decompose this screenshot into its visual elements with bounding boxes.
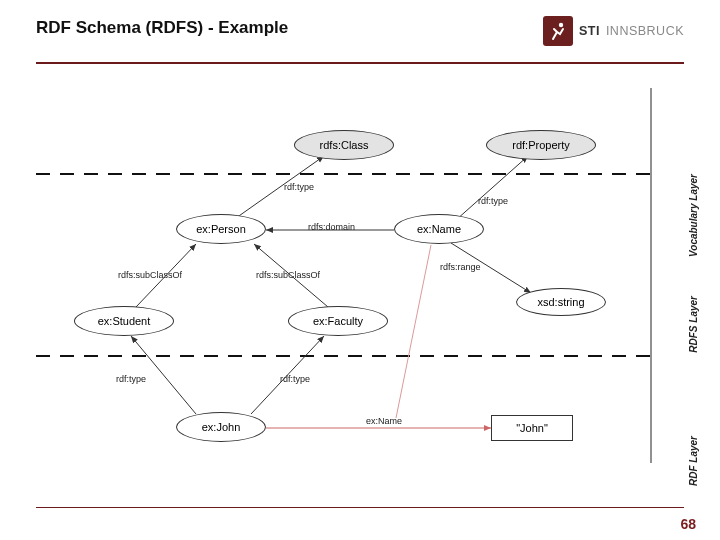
- layer-label-rdfs: RDFS Layer: [688, 296, 699, 353]
- node-label: ex:Person: [196, 223, 246, 235]
- svg-line-15: [396, 245, 431, 418]
- node-label: rdfs:Class: [320, 139, 369, 151]
- edge-label-subclass: rdfs:subClassOf: [118, 270, 182, 280]
- node-ex-student: ex:Student: [74, 306, 174, 336]
- edge-label-range: rdfs:range: [440, 262, 481, 272]
- layer-label-vocab: Vocabulary Layer: [688, 174, 699, 257]
- node-label: ex:Faculty: [313, 315, 363, 327]
- edge-label-rdftype: rdf:type: [116, 374, 146, 384]
- node-rdfs-class: rdfs:Class: [294, 130, 394, 160]
- edge-label-domain: rdfs:domain: [308, 222, 355, 232]
- header-divider: [36, 62, 684, 64]
- logo-mark-icon: [543, 16, 573, 46]
- node-label: xsd:string: [537, 296, 584, 308]
- edge-label-rdftype: rdf:type: [478, 196, 508, 206]
- logo-text-primary: STI: [579, 24, 600, 38]
- slide: RDF Schema (RDFS) - Example STI INNSBRUC…: [0, 0, 720, 540]
- node-john-literal: "John": [491, 415, 573, 441]
- svg-point-0: [559, 23, 563, 27]
- edge-label-subclass: rdfs:subClassOf: [256, 270, 320, 280]
- node-ex-john: ex:John: [176, 412, 266, 442]
- node-label: ex:Name: [417, 223, 461, 235]
- header: RDF Schema (RDFS) - Example STI INNSBRUC…: [36, 18, 684, 62]
- node-ex-faculty: ex:Faculty: [288, 306, 388, 336]
- node-label: ex:Student: [98, 315, 151, 327]
- svg-line-7: [456, 156, 528, 220]
- node-label: "John": [516, 422, 548, 434]
- edge-label-exname: ex:Name: [366, 416, 402, 426]
- layer-label-rdf: RDF Layer: [688, 436, 699, 486]
- node-rdf-property: rdf:Property: [486, 130, 596, 160]
- logo-text-secondary: INNSBRUCK: [606, 24, 684, 38]
- logo: STI INNSBRUCK: [543, 16, 684, 46]
- edge-label-rdftype: rdf:type: [280, 374, 310, 384]
- node-ex-person: ex:Person: [176, 214, 266, 244]
- footer-divider: [36, 507, 684, 508]
- node-label: rdf:Property: [512, 139, 569, 151]
- runner-icon: [548, 21, 568, 41]
- page-number: 68: [680, 516, 696, 532]
- node-xsd-string: xsd:string: [516, 288, 606, 316]
- edge-label-rdftype: rdf:type: [284, 182, 314, 192]
- node-ex-name: ex:Name: [394, 214, 484, 244]
- diagram: rdfs:Class rdf:Property ex:Person ex:Nam…: [36, 78, 684, 478]
- node-label: ex:John: [202, 421, 241, 433]
